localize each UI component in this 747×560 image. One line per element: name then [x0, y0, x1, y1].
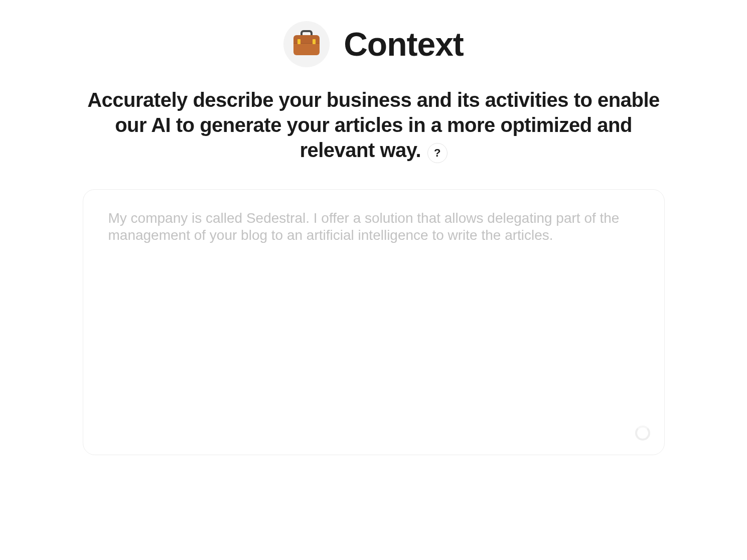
header-icon-container — [283, 21, 330, 67]
page-header: Context — [0, 21, 747, 67]
question-mark-icon: ? — [434, 147, 440, 160]
page-title: Context — [344, 25, 464, 63]
context-textarea[interactable] — [108, 210, 639, 435]
loading-spinner-icon — [635, 426, 650, 441]
context-textarea-container — [83, 189, 665, 455]
briefcase-icon — [293, 33, 320, 55]
help-button[interactable]: ? — [427, 143, 447, 163]
page-description: Accurately describe your business and it… — [87, 89, 660, 161]
description-container: Accurately describe your business and it… — [78, 87, 670, 165]
